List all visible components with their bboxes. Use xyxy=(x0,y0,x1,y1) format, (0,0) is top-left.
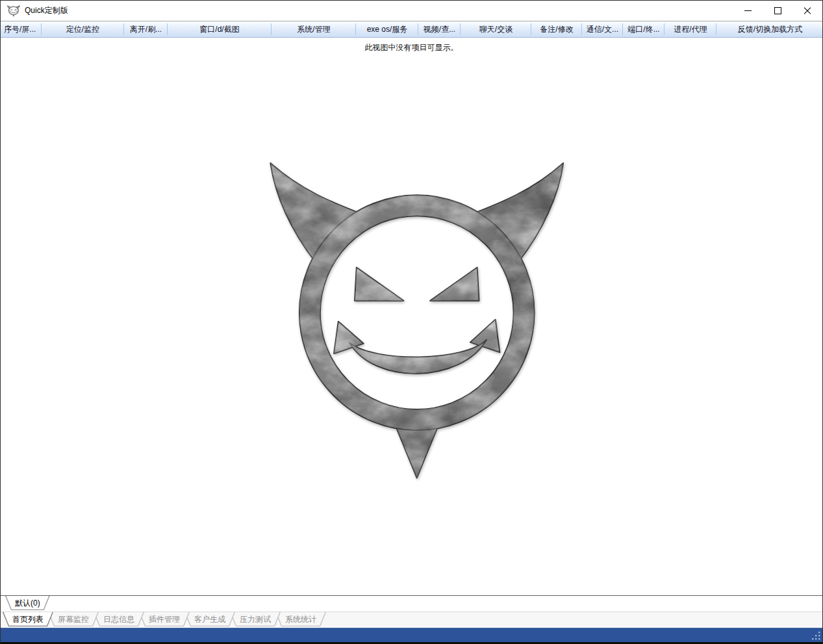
page-tab-1[interactable]: 首页列表 xyxy=(3,612,53,626)
column-header-label: exe os/服务 xyxy=(367,24,408,35)
page-tab-6[interactable]: 压力测试 xyxy=(230,612,281,626)
column-header-7[interactable]: 视频/查... xyxy=(418,21,461,37)
column-header-6[interactable]: exe os/服务 xyxy=(356,21,418,37)
column-header-label: 窗口/d/截图 xyxy=(199,24,239,35)
minimize-button[interactable] xyxy=(733,1,763,21)
column-header-5[interactable]: 系统/管理 xyxy=(272,21,356,37)
column-header-2[interactable]: 定位/监控 xyxy=(42,21,124,37)
page-tab-2[interactable]: 屏幕监控 xyxy=(48,612,99,626)
maximize-icon xyxy=(774,7,781,14)
column-header-label: 备注/修改 xyxy=(540,24,573,35)
column-header-label: 序号/屏... xyxy=(4,24,36,35)
resize-grip[interactable] xyxy=(811,631,820,640)
column-header-13[interactable]: 反馈/切换加载方式 xyxy=(716,21,822,37)
titlebar: Quick定制版 xyxy=(1,1,822,21)
app-window: { "window": { "title": "Quick定制版", "icon… xyxy=(0,0,823,644)
column-header-label: 反馈/切换加载方式 xyxy=(738,24,802,35)
column-header-9[interactable]: 备注/修改 xyxy=(531,21,582,37)
tab-label: 日志信息 xyxy=(103,614,134,625)
column-header-label: 聊天/交谈 xyxy=(479,24,513,35)
page-tab-7[interactable]: 系统统计 xyxy=(275,612,326,626)
tab-label: 系统统计 xyxy=(285,614,316,625)
column-header-4[interactable]: 窗口/d/截图 xyxy=(168,21,272,37)
window-title: Quick定制版 xyxy=(25,5,68,16)
devil-smiley-logo xyxy=(259,151,564,480)
column-header-label: 离开/刷... xyxy=(130,24,162,35)
maximize-button[interactable] xyxy=(763,1,792,21)
tab-label: 压力测试 xyxy=(240,614,271,625)
column-header-label: 定位/监控 xyxy=(66,24,99,35)
column-header-label: 端口/终... xyxy=(627,24,659,35)
empty-view-message: 此视图中没有项目可显示。 xyxy=(1,38,822,53)
tab-label: 首页列表 xyxy=(12,614,44,625)
column-header-12[interactable]: 进程/代理 xyxy=(665,21,716,37)
column-header-3[interactable]: 离开/刷... xyxy=(124,21,168,37)
column-header-10[interactable]: 通信/文... xyxy=(582,21,623,37)
page-tab-3[interactable]: 日志信息 xyxy=(94,612,144,626)
close-button[interactable] xyxy=(792,1,822,21)
list-view: 此视图中没有项目可显示。 xyxy=(1,38,822,596)
column-header-label: 视频/查... xyxy=(424,24,455,35)
window-controls xyxy=(733,1,822,21)
tab-label: 插件管理 xyxy=(149,614,180,625)
tab-label: 屏幕监控 xyxy=(58,614,89,625)
close-icon xyxy=(804,7,811,15)
column-header-label: 进程/代理 xyxy=(674,24,707,35)
column-header-label: 通信/文... xyxy=(587,24,618,35)
page-tab-bar: 首页列表屏幕监控日志信息插件管理客户生成压力测试系统统计 xyxy=(1,612,822,628)
column-header-8[interactable]: 聊天/交谈 xyxy=(461,21,531,37)
app-logo-icon xyxy=(6,5,20,17)
list-column-header: 序号/屏...定位/监控离开/刷...窗口/d/截图系统/管理exe os/服务… xyxy=(1,21,822,38)
page-tab-4[interactable]: 插件管理 xyxy=(139,612,190,626)
column-header-label: 系统/管理 xyxy=(297,24,330,35)
tab-label: 客户生成 xyxy=(194,614,225,625)
group-tab-bar: 默认(0) xyxy=(1,596,822,612)
minimize-icon xyxy=(744,10,752,11)
column-header-1[interactable]: 序号/屏... xyxy=(1,21,42,37)
tab-label: 默认(0) xyxy=(15,598,40,609)
column-header-11[interactable]: 端口/终... xyxy=(623,21,665,37)
page-tab-5[interactable]: 客户生成 xyxy=(184,612,235,626)
status-bar xyxy=(1,628,822,642)
group-tab-1[interactable]: 默认(0) xyxy=(5,596,50,610)
